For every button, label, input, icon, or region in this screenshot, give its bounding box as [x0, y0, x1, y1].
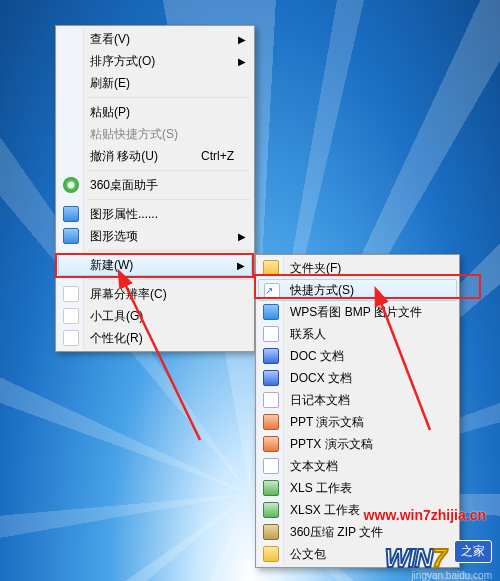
- menu-item-label: 360桌面助手: [90, 177, 252, 194]
- logo-main: WIN7: [385, 543, 452, 573]
- menu-item-personalize[interactable]: 个性化(R): [58, 327, 252, 349]
- image-icon: [262, 303, 280, 321]
- menu-item-new-folder[interactable]: 文件夹(F): [258, 257, 457, 279]
- watermark-text: www.win7zhijia.cn: [364, 507, 486, 523]
- menu-separator: [88, 97, 250, 98]
- menu-item-label: 联系人: [290, 326, 457, 343]
- menu-item-label: 快捷方式(S): [290, 282, 456, 299]
- zip-icon: [262, 523, 280, 541]
- menu-item-new[interactable]: 新建(W) ▶: [58, 254, 252, 276]
- excel-icon: [262, 479, 280, 497]
- menu-item-label: PPTX 演示文稿: [290, 436, 457, 453]
- menu-separator: [88, 279, 250, 280]
- menu-separator: [88, 170, 250, 171]
- menu-item-refresh[interactable]: 刷新(E): [58, 72, 252, 94]
- menu-item-gadgets[interactable]: 小工具(G): [58, 305, 252, 327]
- powerpoint-icon: [262, 435, 280, 453]
- menu-item-new-bmp[interactable]: WPS看图 BMP 图片文件: [258, 301, 457, 323]
- menu-item-new-txt[interactable]: 文本文档: [258, 455, 457, 477]
- menu-item-label: 刷新(E): [90, 75, 252, 92]
- menu-item-label: 粘贴(P): [90, 104, 252, 121]
- personalize-icon: [62, 329, 80, 347]
- menu-item-new-docx[interactable]: DOCX 文档: [258, 367, 457, 389]
- chevron-right-icon: ▶: [238, 34, 246, 45]
- menu-item-new-zip[interactable]: 360压缩 ZIP 文件: [258, 521, 457, 543]
- menu-separator: [88, 199, 250, 200]
- menu-item-label: 文件夹(F): [290, 260, 457, 277]
- menu-item-new-xls[interactable]: XLS 工作表: [258, 477, 457, 499]
- credit-text: jingyan.baidu.com: [411, 570, 492, 581]
- menu-item-sort[interactable]: 排序方式(O) ▶: [58, 50, 252, 72]
- word-icon: [262, 369, 280, 387]
- chevron-right-icon: ▶: [238, 56, 246, 67]
- 360-icon: [62, 176, 80, 194]
- menu-item-label: 图形属性......: [90, 206, 252, 223]
- powerpoint-icon: [262, 413, 280, 431]
- menu-item-label: XLS 工作表: [290, 480, 457, 497]
- menu-item-paste[interactable]: 粘贴(P): [58, 101, 252, 123]
- menu-item-label: DOC 文档: [290, 348, 457, 365]
- menu-item-label: PPT 演示文稿: [290, 414, 457, 431]
- folder-icon: [262, 259, 280, 277]
- gadget-icon: [62, 307, 80, 325]
- menu-item-undo-move[interactable]: 撤消 移动(U) Ctrl+Z: [58, 145, 252, 167]
- menu-item-label: 文本文档: [290, 458, 457, 475]
- menu-item-new-ppt[interactable]: PPT 演示文稿: [258, 411, 457, 433]
- word-icon: [262, 347, 280, 365]
- menu-item-graphics-options[interactable]: 图形选项 ▶: [58, 225, 252, 247]
- briefcase-icon: [262, 545, 280, 563]
- chevron-right-icon: ▶: [238, 231, 246, 242]
- menu-item-label: 图形选项: [90, 228, 252, 245]
- text-icon: [262, 457, 280, 475]
- menu-item-new-pptx[interactable]: PPTX 演示文稿: [258, 433, 457, 455]
- excel-icon: [262, 501, 280, 519]
- menu-item-label: 排序方式(O): [90, 53, 252, 70]
- menu-item-label: 个性化(R): [90, 330, 252, 347]
- menu-separator: [88, 250, 250, 251]
- logo-sub: 之家: [454, 540, 492, 563]
- menu-item-new-doc[interactable]: DOC 文档: [258, 345, 457, 367]
- menu-item-label: 日记本文档: [290, 392, 457, 409]
- menu-item-view[interactable]: 查看(V) ▶: [58, 28, 252, 50]
- menu-item-label: 小工具(G): [90, 308, 252, 325]
- menu-item-label: 360压缩 ZIP 文件: [290, 524, 457, 541]
- menu-item-label: 查看(V): [90, 31, 252, 48]
- menu-item-new-contact[interactable]: 联系人: [258, 323, 457, 345]
- menu-item-screen-resolution[interactable]: 屏幕分辨率(C): [58, 283, 252, 305]
- menu-item-label: 新建(W): [90, 257, 251, 274]
- monitor-icon: [62, 285, 80, 303]
- graphics-icon: [62, 227, 80, 245]
- graphics-icon: [62, 205, 80, 223]
- menu-item-shortcut: Ctrl+Z: [201, 149, 234, 163]
- menu-item-label: 屏幕分辨率(C): [90, 286, 252, 303]
- menu-item-label: WPS看图 BMP 图片文件: [290, 304, 457, 321]
- chevron-right-icon: ▶: [237, 260, 245, 271]
- menu-item-graphics-props[interactable]: 图形属性......: [58, 203, 252, 225]
- contact-icon: [262, 325, 280, 343]
- menu-item-label: 粘贴快捷方式(S): [90, 126, 252, 143]
- menu-item-new-shortcut[interactable]: 快捷方式(S): [258, 279, 457, 301]
- logo-text-seven: 7: [432, 543, 445, 573]
- menu-item-label: DOCX 文档: [290, 370, 457, 387]
- journal-icon: [262, 391, 280, 409]
- logo-text-win: WIN: [385, 543, 433, 573]
- menu-item-paste-shortcut: 粘贴快捷方式(S): [58, 123, 252, 145]
- menu-item-label: 撤消 移动(U): [90, 148, 201, 165]
- context-menu: 查看(V) ▶ 排序方式(O) ▶ 刷新(E) 粘贴(P) 粘贴快捷方式(S) …: [55, 25, 255, 352]
- shortcut-icon: [263, 282, 281, 300]
- menu-item-new-journal[interactable]: 日记本文档: [258, 389, 457, 411]
- menu-item-360-desktop[interactable]: 360桌面助手: [58, 174, 252, 196]
